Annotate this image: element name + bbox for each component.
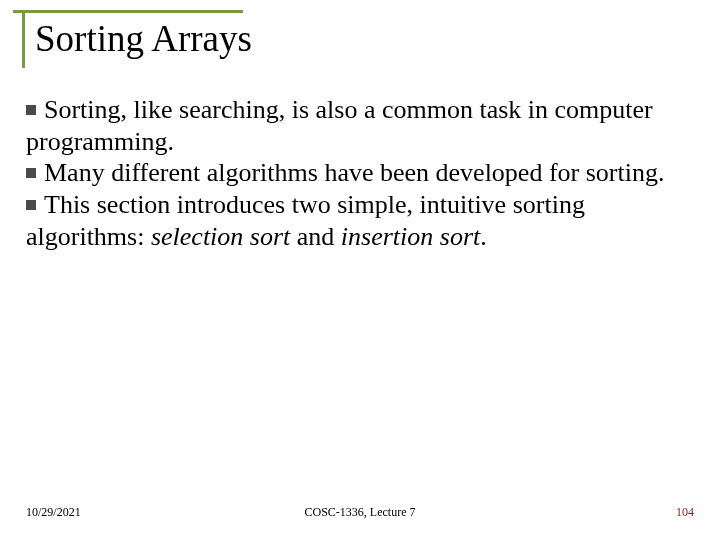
slide: Sorting Arrays Sorting, like searching, … bbox=[0, 0, 720, 540]
slide-title: Sorting Arrays bbox=[35, 13, 698, 68]
bullet-text-3-em2: insertion sort bbox=[341, 222, 480, 251]
bullet-text-3-post: . bbox=[480, 222, 487, 251]
bullet-square-icon bbox=[26, 168, 36, 178]
title-block: Sorting Arrays bbox=[22, 10, 698, 68]
slide-body: Sorting, like searching, is also a commo… bbox=[22, 94, 698, 253]
slide-footer: 10/29/2021 COSC-1336, Lecture 7 104 bbox=[0, 505, 720, 520]
bullet-text-3-mid: and bbox=[290, 222, 341, 251]
bullet-text-2: Many different algorithms have been deve… bbox=[44, 158, 664, 187]
bullet-square-icon bbox=[26, 105, 36, 115]
bullet-square-icon bbox=[26, 200, 36, 210]
bullet-text-1: Sorting, like searching, is also a commo… bbox=[26, 95, 653, 156]
footer-date: 10/29/2021 bbox=[26, 505, 81, 520]
bullet-text-3-em1: selection sort bbox=[151, 222, 290, 251]
footer-course: COSC-1336, Lecture 7 bbox=[0, 505, 720, 520]
footer-page-number: 104 bbox=[676, 505, 694, 520]
